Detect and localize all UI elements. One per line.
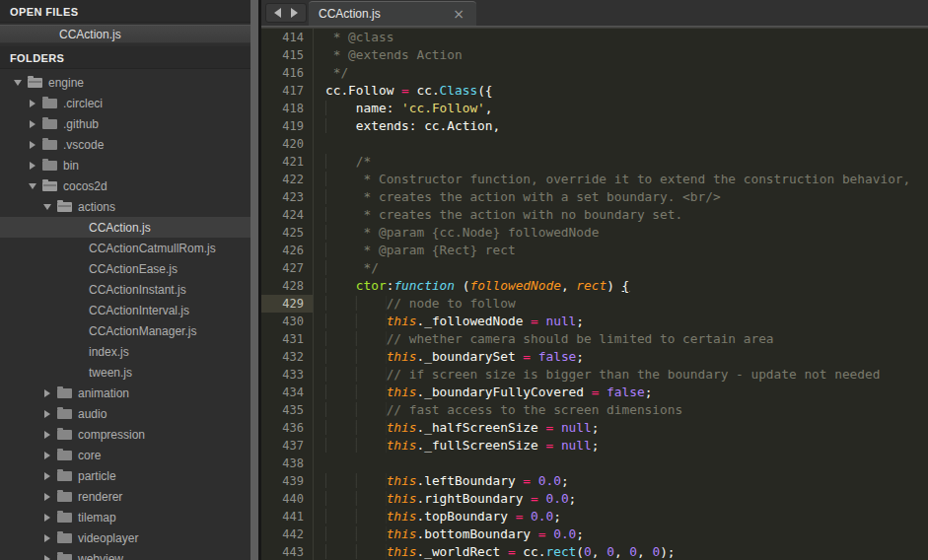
chevron-right-icon[interactable] xyxy=(25,141,40,149)
code-line: 430 this._followedNode = null; xyxy=(261,313,928,330)
tree-item-label: videoplayer xyxy=(76,531,138,545)
code-line: 416 */ xyxy=(261,64,928,82)
nav-forward-icon[interactable] xyxy=(291,8,298,18)
line-content: */ xyxy=(314,64,928,82)
sidebar-scrollbar-thumb[interactable] xyxy=(250,0,258,560)
tab-bar: CCAction.js × xyxy=(261,0,928,26)
chevron-right-icon[interactable] xyxy=(39,555,55,560)
code-editor[interactable]: 414 * @class415 * @extends Action416 */4… xyxy=(261,29,928,560)
tree-folder-engine[interactable]: engine xyxy=(0,72,250,93)
chevron-right-icon[interactable] xyxy=(39,514,55,522)
tree-item-label: actions xyxy=(76,200,115,214)
folder-icon xyxy=(57,451,72,460)
tree-file-index.js[interactable]: index.js xyxy=(0,341,250,362)
tree-file-CCActionInterval.js[interactable]: CCActionInterval.js xyxy=(0,300,250,320)
code-line: 419 extends: cc.Action, xyxy=(261,117,928,135)
tree-item-label: tilemap xyxy=(76,511,116,525)
triangle-glyph xyxy=(44,514,50,522)
tree-folder-particle[interactable]: particle xyxy=(0,465,250,486)
tree-folder-animation[interactable]: animation xyxy=(0,383,250,403)
chevron-down-icon[interactable] xyxy=(25,183,40,189)
tree-file-CCActionCatmullRom.js[interactable]: CCActionCatmullRom.js xyxy=(0,238,250,258)
code-line: 425 * @param {cc.Node} followedNode xyxy=(261,224,928,242)
folder-icon xyxy=(42,161,57,171)
tree-folder-videoplayer[interactable]: videoplayer xyxy=(0,527,250,548)
tree-file-CCActionManager.js[interactable]: CCActionManager.js xyxy=(0,320,250,341)
tree-folder-.circleci[interactable]: .circleci xyxy=(0,93,250,113)
chevron-right-icon[interactable] xyxy=(39,493,55,501)
code-line: 436 this._halfScreenSize = null; xyxy=(261,419,928,437)
tree-folder-actions[interactable]: actions xyxy=(0,196,250,217)
tree-folder-tilemap[interactable]: tilemap xyxy=(0,507,250,527)
triangle-glyph xyxy=(30,100,36,107)
tree-item-label: animation xyxy=(76,386,129,400)
chevron-right-icon[interactable] xyxy=(39,410,55,418)
tree-folder-.vscode[interactable]: .vscode xyxy=(0,134,250,155)
line-number: 421 xyxy=(261,153,314,171)
tree-folder-compression[interactable]: compression xyxy=(0,424,250,445)
line-content: * creates the action with a set boundary… xyxy=(314,188,928,206)
line-number: 424 xyxy=(261,206,314,224)
line-number: 439 xyxy=(261,472,314,490)
line-content: * @param {Rect} rect xyxy=(314,242,928,259)
line-content: this._boundarySet = false; xyxy=(314,348,928,366)
line-content: * @param {cc.Node} followedNode xyxy=(314,224,928,242)
line-number: 442 xyxy=(261,525,314,543)
open-file-item[interactable]: CCAction.js xyxy=(0,25,250,43)
tree-folder-renderer[interactable]: renderer xyxy=(0,486,250,507)
tree-file-CCAction.js[interactable]: CCAction.js xyxy=(0,217,250,238)
tree-folder-audio[interactable]: audio xyxy=(0,403,250,424)
sidebar-scrollbar-track[interactable] xyxy=(250,0,258,560)
chevron-right-icon[interactable] xyxy=(25,120,40,128)
chevron-right-icon[interactable] xyxy=(25,100,40,107)
line-content: this._followedNode = null; xyxy=(314,313,928,330)
line-content: // fast access to the screen dimensions xyxy=(314,401,928,419)
chevron-down-icon[interactable] xyxy=(10,80,26,86)
chevron-right-icon[interactable] xyxy=(39,452,55,459)
tree-item-label: CCActionCatmullRom.js xyxy=(87,242,216,255)
code-line: 440 this.rightBoundary = 0.0; xyxy=(261,490,928,508)
code-line: 443 this._worldRect = cc.rect(0, 0, 0, 0… xyxy=(261,543,928,560)
chevron-right-icon[interactable] xyxy=(39,389,55,397)
code-line: 433 // if screen size is bigger than the… xyxy=(261,366,928,384)
editor-pane: CCAction.js × 414 * @class415 * @extends… xyxy=(261,0,928,560)
code-line: 441 this.topBoundary = 0.0; xyxy=(261,508,928,525)
line-content: /* xyxy=(314,153,928,171)
tree-folder-cocos2d[interactable]: cocos2d xyxy=(0,175,250,196)
line-content: this._halfScreenSize = null; xyxy=(314,419,928,437)
folder-icon xyxy=(57,554,72,560)
chevron-down-icon[interactable] xyxy=(39,204,55,210)
code-line: 428 ctor:function (followedNode, rect) { xyxy=(261,277,928,295)
line-number: 423 xyxy=(261,188,314,206)
line-content: this._worldRect = cc.rect(0, 0, 0, 0); xyxy=(314,543,928,560)
tree-file-tween.js[interactable]: tween.js xyxy=(0,362,250,383)
line-content: this.rightBoundary = 0.0; xyxy=(314,490,928,508)
chevron-right-icon[interactable] xyxy=(25,162,40,170)
triangle-glyph xyxy=(44,431,50,439)
triangle-glyph xyxy=(29,183,36,189)
tree-folder-.github[interactable]: .github xyxy=(0,113,250,134)
line-number: 438 xyxy=(261,455,314,472)
tree-folder-core[interactable]: core xyxy=(0,445,250,465)
chevron-right-icon[interactable] xyxy=(39,431,55,439)
tab-close-icon[interactable]: × xyxy=(451,6,466,22)
tree-folder-bin[interactable]: bin xyxy=(0,155,250,175)
line-number: 434 xyxy=(261,384,314,401)
line-content: this._fullScreenSize = null; xyxy=(314,437,928,455)
chevron-right-icon[interactable] xyxy=(39,534,55,542)
tree-folder-webview[interactable]: webview xyxy=(0,548,250,560)
code-line: 435 // fast access to the screen dimensi… xyxy=(261,401,928,419)
code-line: 414 * @class xyxy=(261,29,928,46)
tab-ccaction-js[interactable]: CCAction.js × xyxy=(309,1,476,26)
line-content: * Constructor function, override it to e… xyxy=(314,171,928,188)
line-content: * @extends Action xyxy=(314,46,928,64)
chevron-right-icon[interactable] xyxy=(39,472,55,480)
triangle-glyph xyxy=(44,452,50,459)
line-number: 427 xyxy=(261,259,314,277)
tree-file-CCActionInstant.js[interactable]: CCActionInstant.js xyxy=(0,279,250,300)
line-content: // whether camera should be limited to c… xyxy=(314,330,928,348)
code-line: 429 // node to follow xyxy=(261,295,928,313)
nav-back-icon[interactable] xyxy=(274,8,281,18)
line-content xyxy=(314,135,928,153)
tree-file-CCActionEase.js[interactable]: CCActionEase.js xyxy=(0,258,250,279)
